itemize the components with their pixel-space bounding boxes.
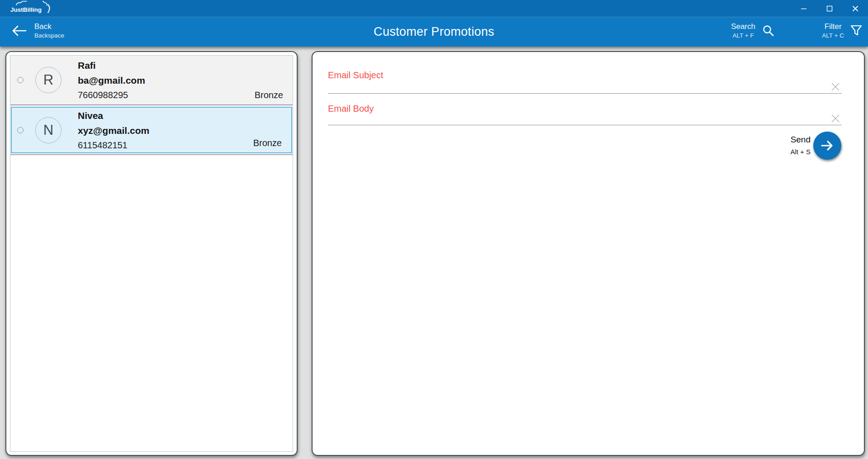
email-subject-label: Email Subject (328, 69, 842, 81)
cloud-icon (16, 1, 47, 5)
filter-label: Filter (825, 22, 842, 32)
customer-radio[interactable] (17, 77, 24, 83)
customer-name: Nivea (78, 108, 149, 123)
back-button[interactable]: Back Backspace (11, 22, 64, 40)
app-name-text: JustBilling (10, 6, 42, 13)
app-logo: JustBilling (6, 1, 56, 16)
close-button[interactable] (842, 0, 868, 17)
customer-row-rafi[interactable]: R Rafi ba@gmail.com 7660988295 Bronze (10, 56, 293, 104)
customer-radio[interactable] (17, 127, 24, 133)
send-button[interactable] (813, 132, 841, 160)
send-label-group[interactable]: Send Alt + S (790, 134, 811, 157)
send-label: Send (790, 134, 811, 145)
clear-body-button[interactable] (830, 113, 841, 124)
close-icon (852, 5, 859, 12)
customer-phone: 6115482151 (78, 138, 149, 152)
search-shortcut: ALT + F (732, 32, 754, 40)
customer-tier-badge: Bronze (253, 138, 282, 148)
email-body-field: Email Body (328, 103, 842, 125)
send-arrow-icon (820, 138, 835, 153)
header: Customer Promotions Back Backspace Searc… (0, 17, 868, 47)
search-button[interactable]: Search ALT + F (731, 22, 774, 40)
clear-x-icon (830, 82, 840, 92)
customer-name: Rafi (78, 58, 145, 73)
customer-list: R Rafi ba@gmail.com 7660988295 Bronze N … (10, 55, 293, 452)
maximize-icon (826, 5, 833, 12)
back-label: Back (34, 22, 52, 32)
titlebar: JustBilling (0, 0, 868, 17)
customer-row-nivea[interactable]: N Nivea xyz@gmail.com 6115482151 Bronze (11, 107, 292, 153)
filter-icon (850, 24, 862, 37)
email-subject-field: Email Subject (328, 69, 842, 94)
email-form-panel: Email Subject Email Body (312, 51, 865, 456)
filter-button[interactable]: Filter ALT + C (822, 22, 862, 40)
customer-avatar: N (35, 117, 62, 143)
maximize-button[interactable] (816, 0, 842, 17)
search-icon (762, 24, 774, 37)
search-label: Search (731, 22, 755, 32)
window-controls (791, 0, 868, 17)
email-body-input[interactable] (328, 114, 824, 125)
clear-x-icon (830, 114, 840, 123)
customer-row-wrapper: R Rafi ba@gmail.com 7660988295 Bronze (10, 56, 293, 105)
email-subject-input[interactable] (328, 81, 824, 93)
customer-phone: 7660988295 (78, 88, 145, 102)
back-shortcut: Backspace (34, 32, 64, 40)
customer-list-panel: R Rafi ba@gmail.com 7660988295 Bronze N … (5, 51, 298, 456)
email-body-label: Email Body (328, 103, 842, 114)
minimize-button[interactable] (791, 0, 816, 17)
customer-tier-badge: Bronze (255, 90, 283, 100)
back-arrow-icon (11, 24, 27, 37)
send-shortcut: Alt + S (790, 147, 811, 157)
minimize-icon (801, 5, 807, 12)
clear-subject-button[interactable] (830, 81, 841, 92)
filter-shortcut: ALT + C (822, 32, 844, 40)
main-area: R Rafi ba@gmail.com 7660988295 Bronze N … (0, 47, 868, 459)
customer-email: ba@gmail.com (78, 73, 145, 88)
customer-avatar: R (35, 67, 62, 93)
customer-email: xyz@gmail.com (78, 123, 149, 138)
customer-row-wrapper: N Nivea xyz@gmail.com 6115482151 Bronze (10, 107, 293, 155)
